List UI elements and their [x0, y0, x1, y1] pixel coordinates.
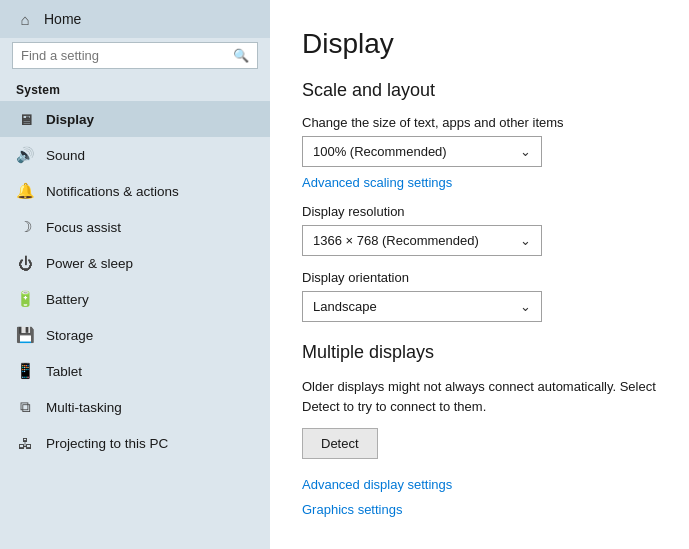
orientation-value: Landscape — [313, 299, 377, 314]
sidebar-item-label: Tablet — [46, 364, 82, 379]
orientation-label: Display orientation — [302, 270, 657, 285]
resolution-dropdown[interactable]: 1366 × 768 (Recommended) ⌄ — [302, 225, 542, 256]
sidebar-item-projecting[interactable]: 🖧 Projecting to this PC — [0, 425, 270, 461]
multiple-displays-title: Multiple displays — [302, 342, 657, 363]
multiple-displays-description: Older displays might not always connect … — [302, 377, 657, 416]
scale-dropdown[interactable]: 100% (Recommended) ⌄ — [302, 136, 542, 167]
home-icon: ⌂ — [16, 10, 34, 28]
resolution-label: Display resolution — [302, 204, 657, 219]
advanced-display-settings-link[interactable]: Advanced display settings — [302, 477, 657, 492]
sidebar-item-label: Sound — [46, 148, 85, 163]
power-icon: ⏻ — [16, 254, 34, 272]
sidebar: ⌂ Home 🔍 System 🖥 Display 🔊 Sound 🔔 Noti… — [0, 0, 270, 549]
resolution-value: 1366 × 768 (Recommended) — [313, 233, 479, 248]
main-content: Display Scale and layout Change the size… — [270, 0, 689, 549]
sidebar-item-label: Power & sleep — [46, 256, 133, 271]
sidebar-item-label: Projecting to this PC — [46, 436, 168, 451]
scale-value: 100% (Recommended) — [313, 144, 447, 159]
sidebar-item-battery[interactable]: 🔋 Battery — [0, 281, 270, 317]
chevron-down-icon: ⌄ — [520, 144, 531, 159]
search-input[interactable] — [21, 48, 227, 63]
multitasking-icon: ⧉ — [16, 398, 34, 416]
orientation-dropdown[interactable]: Landscape ⌄ — [302, 291, 542, 322]
system-section-label: System — [0, 77, 270, 101]
sidebar-item-display[interactable]: 🖥 Display — [0, 101, 270, 137]
sidebar-item-sound[interactable]: 🔊 Sound — [0, 137, 270, 173]
sidebar-item-label: Notifications & actions — [46, 184, 179, 199]
detect-button[interactable]: Detect — [302, 428, 378, 459]
scale-section-title: Scale and layout — [302, 80, 657, 101]
projecting-icon: 🖧 — [16, 434, 34, 452]
sidebar-item-label: Multi-tasking — [46, 400, 122, 415]
sidebar-item-power[interactable]: ⏻ Power & sleep — [0, 245, 270, 281]
search-box[interactable]: 🔍 — [12, 42, 258, 69]
focus-icon: ☽ — [16, 218, 34, 236]
sidebar-home-button[interactable]: ⌂ Home — [0, 0, 270, 38]
chevron-down-icon: ⌄ — [520, 299, 531, 314]
bottom-links: Advanced display settings Graphics setti… — [302, 477, 657, 517]
size-label: Change the size of text, apps and other … — [302, 115, 657, 130]
home-label: Home — [44, 11, 81, 27]
sidebar-item-tablet[interactable]: 📱 Tablet — [0, 353, 270, 389]
storage-icon: 💾 — [16, 326, 34, 344]
sidebar-item-label: Battery — [46, 292, 89, 307]
sidebar-item-storage[interactable]: 💾 Storage — [0, 317, 270, 353]
sidebar-item-label: Storage — [46, 328, 93, 343]
advanced-scaling-link[interactable]: Advanced scaling settings — [302, 175, 452, 190]
sidebar-item-notifications[interactable]: 🔔 Notifications & actions — [0, 173, 270, 209]
sidebar-item-label: Focus assist — [46, 220, 121, 235]
display-icon: 🖥 — [16, 110, 34, 128]
battery-icon: 🔋 — [16, 290, 34, 308]
page-title: Display — [302, 28, 657, 60]
chevron-down-icon: ⌄ — [520, 233, 531, 248]
search-icon: 🔍 — [233, 48, 249, 63]
sidebar-item-focus[interactable]: ☽ Focus assist — [0, 209, 270, 245]
sidebar-item-multitasking[interactable]: ⧉ Multi-tasking — [0, 389, 270, 425]
sidebar-item-label: Display — [46, 112, 94, 127]
notifications-icon: 🔔 — [16, 182, 34, 200]
tablet-icon: 📱 — [16, 362, 34, 380]
graphics-settings-link[interactable]: Graphics settings — [302, 502, 657, 517]
sound-icon: 🔊 — [16, 146, 34, 164]
